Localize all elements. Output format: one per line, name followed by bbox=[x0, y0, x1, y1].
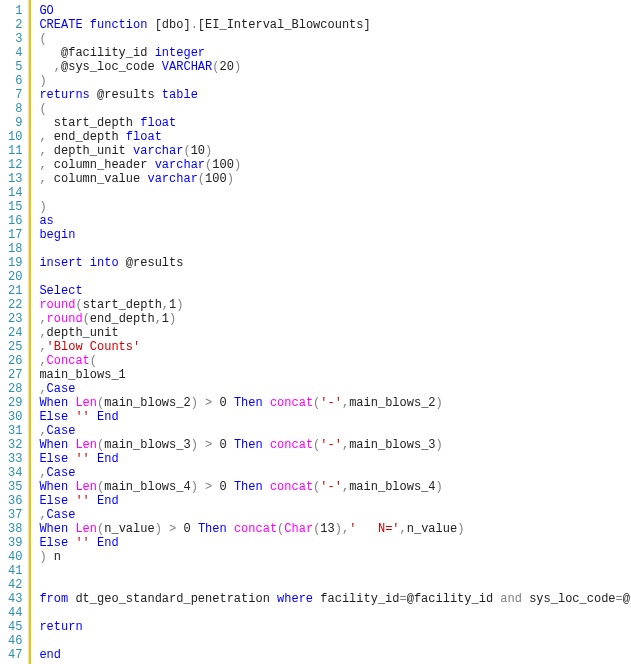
code-line[interactable]: from dt_geo_standard_penetration where f… bbox=[31, 592, 631, 606]
token: 20 bbox=[219, 60, 233, 74]
code-line[interactable]: When Len(main_blows_3) > 0 Then concat('… bbox=[31, 438, 631, 452]
code-line[interactable]: Else '' End bbox=[31, 494, 631, 508]
code-line[interactable]: round(start_depth,1) bbox=[31, 298, 631, 312]
code-line[interactable] bbox=[31, 578, 631, 592]
code-line[interactable]: , end_depth float bbox=[31, 130, 631, 144]
token: n_value bbox=[407, 522, 457, 536]
code-line[interactable]: When Len(main_blows_4) > 0 Then concat('… bbox=[31, 480, 631, 494]
code-line[interactable]: When Len(n_value) > 0 Then concat(Char(1… bbox=[31, 522, 631, 536]
code-line[interactable]: Else '' End bbox=[31, 452, 631, 466]
token: , bbox=[39, 424, 46, 438]
code-line[interactable]: GO bbox=[31, 4, 631, 18]
code-line[interactable]: CREATE function [dbo].[EI_Interval_Blowc… bbox=[31, 18, 631, 32]
token: ), bbox=[335, 522, 349, 536]
token: insert into bbox=[39, 256, 118, 270]
token: 0 bbox=[212, 438, 234, 452]
token: ( bbox=[75, 298, 82, 312]
token bbox=[90, 494, 97, 508]
code-line[interactable]: return bbox=[31, 620, 631, 634]
token bbox=[198, 438, 205, 452]
token: , bbox=[39, 354, 46, 368]
token: ( bbox=[198, 172, 205, 186]
code-line[interactable]: @facility_id integer bbox=[31, 46, 631, 60]
code-line[interactable]: , column_header varchar(100) bbox=[31, 158, 631, 172]
token bbox=[90, 410, 97, 424]
code-line[interactable]: as bbox=[31, 214, 631, 228]
token: Case bbox=[47, 508, 76, 522]
token: '-' bbox=[320, 396, 342, 410]
token: Select bbox=[39, 284, 82, 298]
token: When bbox=[39, 522, 68, 536]
code-line[interactable]: Else '' End bbox=[31, 536, 631, 550]
code-line[interactable]: ,@sys_loc_code VARCHAR(20) bbox=[31, 60, 631, 74]
code-line[interactable]: ,round(end_depth,1) bbox=[31, 312, 631, 326]
token: , bbox=[39, 312, 46, 326]
code-line[interactable]: returns @results table bbox=[31, 88, 631, 102]
code-line[interactable]: main_blows_1 bbox=[31, 368, 631, 382]
code-line[interactable] bbox=[31, 564, 631, 578]
code-line[interactable]: Else '' End bbox=[31, 410, 631, 424]
code-line[interactable]: ) n bbox=[31, 550, 631, 564]
token: ) bbox=[39, 74, 46, 88]
token: 100 bbox=[205, 172, 227, 186]
code-line[interactable]: ) bbox=[31, 200, 631, 214]
token: table bbox=[162, 88, 198, 102]
line-number: 17 bbox=[8, 228, 22, 242]
code-line[interactable]: start_depth float bbox=[31, 116, 631, 130]
code-line[interactable]: ,Case bbox=[31, 508, 631, 522]
code-line[interactable]: begin bbox=[31, 228, 631, 242]
code-line[interactable]: ,Case bbox=[31, 424, 631, 438]
code-line[interactable]: ,Case bbox=[31, 466, 631, 480]
line-number: 33 bbox=[8, 452, 22, 466]
token bbox=[198, 396, 205, 410]
token: ) bbox=[191, 438, 198, 452]
line-number: 36 bbox=[8, 494, 22, 508]
token: sys_loc_code bbox=[522, 592, 616, 606]
token: ) bbox=[155, 522, 162, 536]
code-line[interactable]: ,'Blow Counts' bbox=[31, 340, 631, 354]
code-line[interactable]: , depth_unit varchar(10) bbox=[31, 144, 631, 158]
line-number: 40 bbox=[8, 550, 22, 564]
code-line[interactable] bbox=[31, 634, 631, 648]
code-line[interactable]: Select bbox=[31, 284, 631, 298]
line-number: 30 bbox=[8, 410, 22, 424]
code-line[interactable] bbox=[31, 270, 631, 284]
code-line[interactable]: ,Concat( bbox=[31, 354, 631, 368]
code-editor[interactable]: GOCREATE function [dbo].[EI_Interval_Blo… bbox=[29, 0, 631, 664]
code-line[interactable]: ,depth_unit bbox=[31, 326, 631, 340]
code-line[interactable] bbox=[31, 242, 631, 256]
token bbox=[90, 452, 97, 466]
token: concat bbox=[234, 522, 277, 536]
token: float bbox=[126, 130, 162, 144]
token: , bbox=[39, 326, 46, 340]
token: '' bbox=[75, 452, 89, 466]
token: main_blows_2 bbox=[349, 396, 435, 410]
token: main_blows_4 bbox=[349, 480, 435, 494]
code-line[interactable]: end bbox=[31, 648, 631, 662]
token: main_blows_3 bbox=[104, 438, 190, 452]
token: ) bbox=[234, 158, 241, 172]
token: , bbox=[39, 340, 46, 354]
code-line[interactable]: ,Case bbox=[31, 382, 631, 396]
token: Case bbox=[47, 466, 76, 480]
token: varchar bbox=[155, 158, 205, 172]
token: '-' bbox=[320, 480, 342, 494]
token: @facility_id bbox=[407, 592, 501, 606]
code-line[interactable]: ( bbox=[31, 32, 631, 46]
code-line[interactable]: ( bbox=[31, 102, 631, 116]
code-line[interactable] bbox=[31, 606, 631, 620]
line-number: 38 bbox=[8, 522, 22, 536]
token: ) bbox=[436, 438, 443, 452]
token: Len bbox=[75, 396, 97, 410]
code-line[interactable]: , column_value varchar(100) bbox=[31, 172, 631, 186]
code-line[interactable] bbox=[31, 186, 631, 200]
token: returns bbox=[39, 88, 89, 102]
code-line[interactable]: When Len(main_blows_2) > 0 Then concat('… bbox=[31, 396, 631, 410]
token: integer bbox=[155, 46, 205, 60]
token: 0 bbox=[176, 522, 198, 536]
line-number: 4 bbox=[8, 46, 22, 60]
code-line[interactable]: insert into @results bbox=[31, 256, 631, 270]
token: 0 bbox=[212, 396, 234, 410]
code-line[interactable]: ) bbox=[31, 74, 631, 88]
token: concat bbox=[270, 480, 313, 494]
